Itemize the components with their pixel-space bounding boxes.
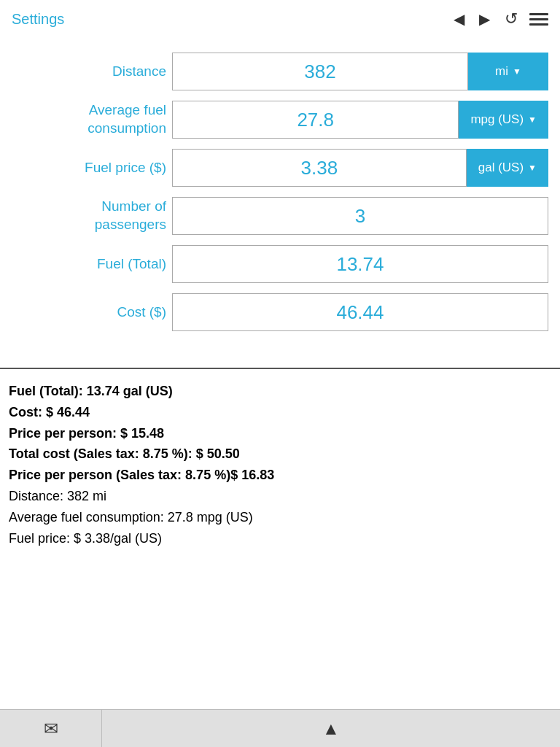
distance-unit-arrow: ▼ bbox=[513, 66, 521, 77]
menu-icon[interactable] bbox=[529, 13, 548, 26]
fuel-price-unit-arrow: ▼ bbox=[528, 163, 537, 173]
result-line: Fuel price: $ 3.38/gal (US) bbox=[9, 528, 551, 549]
passengers-input[interactable] bbox=[172, 197, 548, 235]
upload-icon: ▲ bbox=[322, 719, 340, 739]
passengers-label: Number of passengers bbox=[12, 198, 172, 233]
fuel-price-unit-label: gal (US) bbox=[478, 160, 524, 175]
mail-icon: ✉ bbox=[44, 719, 58, 739]
nav-back-button[interactable]: ◀ bbox=[454, 10, 464, 28]
result-line: Fuel (Total): 13.74 gal (US) bbox=[9, 381, 551, 402]
fuel-price-label: Fuel price ($) bbox=[12, 159, 172, 177]
fuel-consumption-input[interactable] bbox=[172, 101, 459, 139]
results-area: Fuel (Total): 13.74 gal (US)Cost: $ 46.4… bbox=[0, 369, 560, 557]
fuel-price-unit-button[interactable]: gal (US) ▼ bbox=[467, 149, 548, 187]
fuel-total-input bbox=[172, 245, 548, 283]
fuel-price-row: Fuel price ($) gal (US) ▼ bbox=[0, 149, 560, 187]
cost-row: Cost ($) bbox=[0, 293, 560, 331]
distance-row: Distance mi ▼ bbox=[0, 53, 560, 90]
fuel-consumption-label: Average fuel consumption bbox=[12, 101, 172, 137]
fuel-consumption-unit-button[interactable]: mpg (US) ▼ bbox=[459, 101, 548, 139]
fuel-consumption-unit-label: mpg (US) bbox=[470, 112, 524, 127]
calculator-form: Distance mi ▼ Average fuel consumption m… bbox=[0, 38, 560, 356]
fuel-consumption-row: Average fuel consumption mpg (US) ▼ bbox=[0, 101, 560, 139]
result-line: Distance: 382 mi bbox=[9, 486, 551, 507]
result-line: Price per person (Sales tax: 8.75 %)$ 16… bbox=[9, 465, 551, 486]
toolbar-icons: ↺ bbox=[505, 9, 548, 28]
distance-input[interactable] bbox=[172, 53, 468, 90]
nav-forward-button[interactable]: ▶ bbox=[479, 10, 490, 28]
result-line: Average fuel consumption: 27.8 mpg (US) bbox=[9, 507, 551, 528]
top-bar: Settings ◀ ▶ ↺ bbox=[0, 0, 560, 38]
fuel-total-row: Fuel (Total) bbox=[0, 245, 560, 283]
cost-label: Cost ($) bbox=[12, 303, 172, 322]
mail-button[interactable]: ✉ bbox=[0, 710, 102, 747]
fuel-consumption-unit-arrow: ▼ bbox=[528, 115, 537, 125]
upload-button[interactable]: ▲ bbox=[102, 710, 560, 747]
settings-link[interactable]: Settings bbox=[12, 11, 64, 28]
bottom-bar: ✉ ▲ bbox=[0, 709, 560, 747]
fuel-price-input[interactable] bbox=[172, 149, 467, 187]
passengers-row: Number of passengers bbox=[0, 197, 560, 235]
distance-label: Distance bbox=[12, 63, 172, 81]
result-line: Price per person: $ 15.48 bbox=[9, 423, 551, 444]
result-line: Total cost (Sales tax: 8.75 %): $ 50.50 bbox=[9, 444, 551, 465]
undo-icon[interactable]: ↺ bbox=[505, 9, 518, 28]
nav-arrows: ◀ ▶ bbox=[454, 10, 490, 28]
distance-unit-label: mi bbox=[495, 64, 508, 79]
fuel-total-label: Fuel (Total) bbox=[12, 255, 172, 274]
cost-input bbox=[172, 293, 548, 331]
result-line: Cost: $ 46.44 bbox=[9, 402, 551, 423]
distance-unit-button[interactable]: mi ▼ bbox=[468, 53, 548, 90]
